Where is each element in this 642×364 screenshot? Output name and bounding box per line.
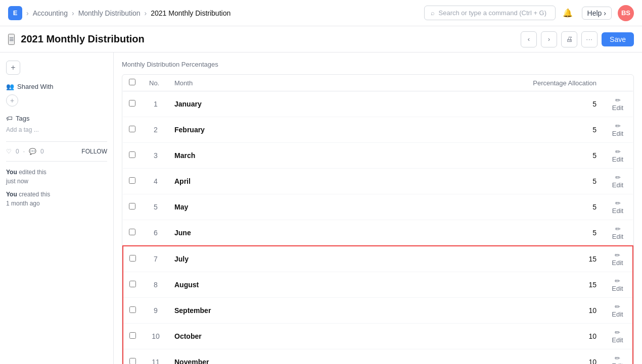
row-number: 6 [143, 220, 168, 246]
row-number: 9 [143, 298, 168, 324]
row-number: 11 [143, 349, 168, 365]
breadcrumb-sep-0: › [26, 9, 29, 17]
edit-button[interactable]: ✏ Edit [609, 277, 626, 292]
table-row: 1January5✏ Edit [123, 91, 633, 117]
shared-with-section: 👥 Shared With + [6, 83, 107, 107]
search-bar[interactable]: ⌕ Search or type a command (Ctrl + G) [424, 6, 556, 20]
row-percentage: 5 [501, 143, 603, 169]
edit-button[interactable]: ✏ Edit [609, 354, 626, 364]
save-button[interactable]: Save [602, 32, 634, 46]
edit-button[interactable]: ✏ Edit [609, 199, 627, 215]
edit-button[interactable]: ✏ Edit [609, 251, 626, 267]
search-icon: ⌕ [431, 9, 435, 17]
shared-with-icon: 👥 [6, 83, 14, 90]
heart-icon: ♡ [6, 148, 12, 155]
shared-with-header: 👥 Shared With [6, 83, 107, 90]
header-month: Month [168, 75, 501, 91]
sidebar: + 👥 Shared With + 🏷 Tags Add a tag ... ♡… [0, 53, 114, 364]
row-checkbox[interactable] [129, 255, 136, 262]
table-title: Monthly Distribution Percentages [122, 61, 634, 68]
header-pct: Percentage Allocation [501, 75, 603, 91]
nav-prev-button[interactable]: ‹ [521, 31, 537, 47]
row-number: 5 [143, 194, 168, 220]
table-row: 2February5✏ Edit [123, 117, 633, 143]
row-checkbox[interactable] [129, 358, 136, 364]
hamburger-menu[interactable]: ≡ [8, 34, 15, 45]
row-number: 4 [143, 169, 168, 194]
row-checkbox[interactable] [129, 177, 135, 184]
row-month: September [168, 298, 501, 324]
add-tag-link[interactable]: Add a tag ... [6, 126, 39, 133]
table-row: 4April5✏ Edit [123, 169, 633, 194]
row-number: 2 [143, 117, 168, 143]
row-month: April [168, 169, 501, 194]
row-percentage: 10 [501, 349, 603, 365]
activity-time-1: 1 month ago [6, 200, 40, 207]
table-header-row: No. Month Percentage Allocation [123, 75, 633, 91]
header-checkbox-col [123, 75, 143, 91]
header-actions [603, 75, 633, 91]
row-checkbox[interactable] [129, 306, 136, 313]
distribution-table: No. Month Percentage Allocation 1January… [122, 75, 633, 364]
table-body: 1January5✏ Edit2February5✏ Edit3March5✏ … [123, 91, 633, 365]
notification-bell[interactable]: 🔔 [560, 5, 576, 21]
table-row: 11November10✏ Edit [123, 349, 633, 365]
edit-button[interactable]: ✏ Edit [609, 329, 626, 344]
print-button[interactable]: 🖨 [561, 31, 577, 47]
row-number: 10 [143, 324, 168, 349]
activity-section: You edited this just now You created thi… [6, 168, 107, 208]
header-actions: ‹ › 🖨 ··· Save [521, 31, 634, 47]
activity-user-1: You [6, 191, 17, 198]
search-placeholder: Search or type a command (Ctrl + G) [439, 9, 547, 17]
row-percentage: 10 [501, 324, 603, 349]
row-month: July [168, 246, 501, 272]
breadcrumb-accounting[interactable]: Accounting [33, 9, 68, 17]
row-percentage: 5 [501, 91, 603, 117]
more-options-button[interactable]: ··· [581, 31, 598, 47]
likes-count: 0 [16, 148, 19, 155]
edit-button[interactable]: ✏ Edit [609, 148, 627, 163]
content-area: Monthly Distribution Percentages No. Mon… [114, 53, 642, 364]
row-checkbox[interactable] [129, 126, 135, 132]
activity-item-0: You edited this just now [6, 168, 107, 186]
edit-button[interactable]: ✏ Edit [609, 303, 626, 318]
row-percentage: 5 [501, 194, 603, 220]
shared-add-button[interactable]: + [6, 94, 18, 107]
row-checkbox[interactable] [129, 151, 135, 158]
table-row: 5May5✏ Edit [123, 194, 633, 220]
row-percentage: 15 [501, 272, 603, 298]
row-checkbox[interactable] [129, 100, 135, 107]
comment-icon: 💬 [29, 148, 36, 155]
row-number: 3 [143, 143, 168, 169]
header-no: No. [143, 75, 168, 91]
sidebar-add-button[interactable]: + [6, 61, 20, 75]
edit-button[interactable]: ✏ Edit [609, 122, 627, 137]
edit-button[interactable]: ✏ Edit [609, 174, 627, 189]
help-button[interactable]: Help › [582, 7, 612, 20]
row-checkbox[interactable] [129, 229, 135, 235]
app-icon[interactable]: E [8, 6, 22, 20]
breadcrumb-monthly-distribution[interactable]: Monthly Distribution [78, 9, 141, 17]
nav-next-button[interactable]: › [541, 31, 557, 47]
edit-button[interactable]: ✏ Edit [609, 225, 627, 240]
row-percentage: 5 [501, 169, 603, 194]
row-percentage: 10 [501, 298, 603, 324]
comments-count: 0 [40, 148, 44, 155]
row-month: June [168, 220, 501, 246]
row-checkbox[interactable] [129, 281, 136, 287]
activity-action-1: created this [19, 191, 50, 198]
table-row: 8August15✏ Edit [123, 272, 633, 298]
row-month: November [168, 349, 501, 365]
edit-button[interactable]: ✏ Edit [609, 96, 627, 112]
follow-button[interactable]: FOLLOW [81, 148, 107, 155]
page-title: 2021 Monthly Distribution [21, 33, 515, 45]
nav-actions: 🔔 Help › BS [560, 5, 634, 21]
table-row: 6June5✏ Edit [123, 220, 633, 246]
table-row: 10October10✏ Edit [123, 324, 633, 349]
row-checkbox[interactable] [129, 332, 136, 339]
select-all-checkbox[interactable] [129, 79, 135, 85]
activity-user-0: You [6, 169, 17, 176]
activity-action-0: edited this [19, 169, 47, 176]
user-avatar[interactable]: BS [618, 5, 634, 21]
row-checkbox[interactable] [129, 203, 135, 210]
